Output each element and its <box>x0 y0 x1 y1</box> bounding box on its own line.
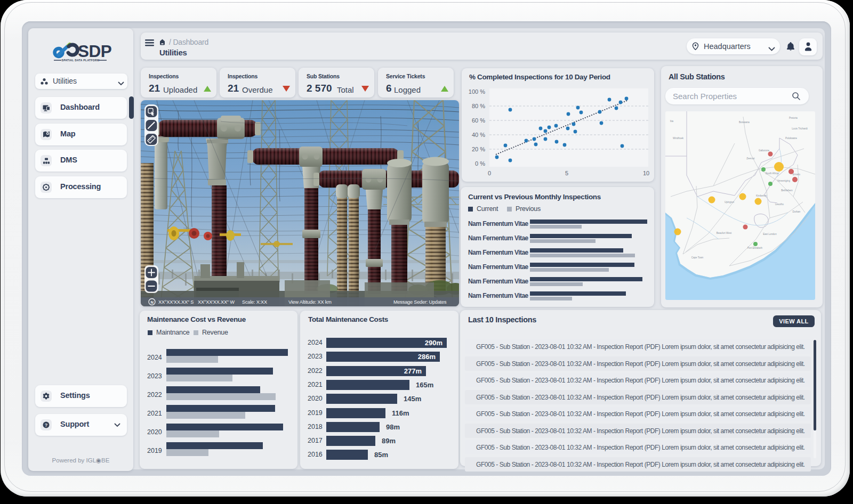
svg-text:Polokwane: Polokwane <box>785 137 798 140</box>
svg-text:Pretoria: Pretoria <box>789 117 798 119</box>
svg-text:Botswana: Botswana <box>739 121 750 124</box>
svg-text:Kimberley: Kimberley <box>756 194 767 197</box>
svg-text:Windhoek: Windhoek <box>673 137 684 140</box>
svg-text:Upington: Upington <box>725 201 735 204</box>
svg-text:0: 0 <box>488 170 491 176</box>
svg-text:View Altitude: XX km: View Altitude: XX km <box>288 299 332 305</box>
svg-text:5: 5 <box>565 170 568 176</box>
svg-text:Durban: Durban <box>793 210 801 213</box>
svg-text:60 %: 60 % <box>472 117 485 124</box>
svg-text:Scale: X:XX: Scale: X:XX <box>242 299 267 305</box>
svg-text:SPATIAL DATA PLATFORM: SPATIAL DATA PLATFORM <box>61 59 99 62</box>
svg-text:Message Seder: Updates: Message Seder: Updates <box>393 299 447 305</box>
svg-text:South Africa: South Africa <box>766 172 779 175</box>
svg-text:80 %: 80 % <box>472 103 485 109</box>
svg-text:bia: bia <box>670 120 674 123</box>
svg-text:N: N <box>150 300 153 305</box>
svg-text:Ermelo: Ermelo <box>793 173 801 176</box>
svg-text:Louis Trichardt: Louis Trichardt <box>792 127 808 130</box>
svg-text:Cape Town: Cape Town <box>691 256 704 259</box>
svg-text:East London: East London <box>763 233 777 235</box>
svg-text:Port Elizabeth: Port Elizabeth <box>747 247 763 249</box>
svg-text:?: ? <box>45 422 48 428</box>
svg-text:Beaufort West: Beaufort West <box>717 232 732 234</box>
svg-text:10: 10 <box>643 170 649 176</box>
svg-text:0 %: 0 % <box>475 160 485 167</box>
svg-text:Bethlehem: Bethlehem <box>781 189 793 192</box>
svg-text:SDP: SDP <box>78 42 111 61</box>
svg-text:100 %: 100 % <box>469 88 485 95</box>
svg-text:Lesotho: Lesotho <box>775 203 784 206</box>
svg-text:20 %: 20 % <box>472 146 485 152</box>
svg-text:XX°XX'XX.XX" S: XX°XX'XX.XX" S <box>158 299 194 305</box>
svg-text:XX°XX'XX.XX" W: XX°XX'XX.XX" W <box>198 299 235 305</box>
svg-text:Vereeniging: Vereeniging <box>777 180 790 182</box>
svg-text:Gaborone: Gaborone <box>759 149 770 152</box>
svg-text:Zeerust: Zeerust <box>746 157 755 160</box>
svg-text:40 %: 40 % <box>472 132 485 138</box>
